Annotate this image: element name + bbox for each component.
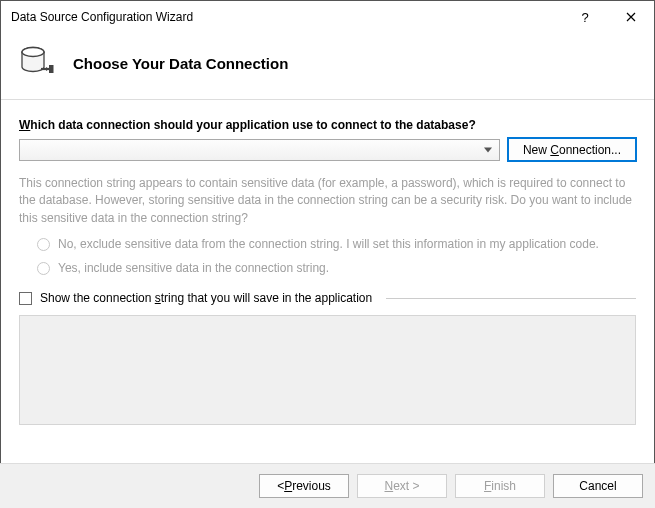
connection-question: Which data connection should your applic… [19, 118, 636, 132]
wizard-content: Which data connection should your applic… [1, 118, 654, 425]
new-connection-button[interactable]: New Connection... [508, 138, 636, 161]
connection-string-box [19, 315, 636, 425]
svg-point-1 [22, 48, 44, 57]
wizard-heading: Choose Your Data Connection [73, 55, 288, 72]
show-connection-string-row: Show the connection string that you will… [19, 291, 636, 305]
header-separator [1, 99, 654, 100]
radio-exclude-sensitive: No, exclude sensitive data from the conn… [37, 237, 636, 251]
radio-exclude-label: No, exclude sensitive data from the conn… [58, 237, 599, 251]
next-button: Next > [357, 474, 447, 498]
titlebar: Data Source Configuration Wizard ? [1, 1, 654, 33]
wizard-footer: < Previous Next > Finish Cancel [0, 463, 655, 508]
connection-dropdown[interactable] [19, 139, 500, 161]
close-button[interactable] [608, 1, 654, 33]
database-icon [19, 45, 55, 81]
radio-icon [37, 238, 50, 251]
radio-icon [37, 262, 50, 275]
radio-include-label: Yes, include sensitive data in the conne… [58, 261, 329, 275]
radio-include-sensitive: Yes, include sensitive data in the conne… [37, 261, 636, 275]
sensitive-data-info: This connection string appears to contai… [19, 175, 636, 227]
svg-rect-2 [49, 65, 54, 73]
divider-line [386, 298, 636, 299]
cancel-button[interactable]: Cancel [553, 474, 643, 498]
finish-button: Finish [455, 474, 545, 498]
show-connection-string-label: Show the connection string that you will… [40, 291, 372, 305]
window-title: Data Source Configuration Wizard [11, 10, 562, 24]
previous-button[interactable]: < Previous [259, 474, 349, 498]
wizard-header: Choose Your Data Connection [1, 33, 654, 99]
help-button[interactable]: ? [562, 1, 608, 33]
show-connection-string-checkbox[interactable] [19, 292, 32, 305]
